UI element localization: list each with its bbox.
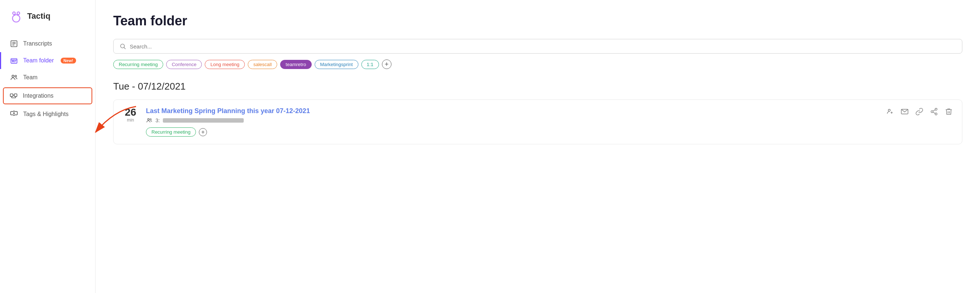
sidebar-label-team: Team bbox=[23, 74, 38, 81]
integrations-icon bbox=[10, 92, 18, 100]
meeting-actions bbox=[886, 107, 953, 116]
sidebar-item-tags-highlights[interactable]: Tags & Highlights bbox=[0, 106, 95, 123]
assign-icon[interactable] bbox=[886, 107, 894, 116]
svg-line-31 bbox=[933, 110, 935, 111]
svg-point-13 bbox=[12, 75, 14, 78]
participants-bar bbox=[163, 118, 244, 123]
add-tag-button[interactable]: + bbox=[382, 60, 391, 69]
page-title: Team folder bbox=[113, 13, 963, 29]
svg-rect-15 bbox=[10, 94, 13, 97]
sidebar-label-tags-highlights: Tags & Highlights bbox=[23, 111, 69, 117]
new-badge: New! bbox=[60, 58, 76, 63]
svg-point-23 bbox=[888, 109, 890, 112]
meeting-title[interactable]: Last Marketing Spring Planning this year… bbox=[146, 107, 878, 115]
logo-area: Tactiq bbox=[0, 9, 95, 35]
tag-recurring[interactable]: Recurring meeting bbox=[113, 60, 163, 69]
team-icon bbox=[10, 73, 18, 81]
sidebar: Tactiq Transcripts Team folder New! bbox=[0, 0, 95, 293]
delete-icon[interactable] bbox=[944, 107, 953, 116]
link-icon[interactable] bbox=[915, 107, 924, 116]
meeting-participants: 3: bbox=[146, 117, 878, 124]
search-input[interactable] bbox=[130, 43, 956, 49]
tag-marketingsprint[interactable]: Marketingsprint bbox=[315, 60, 358, 69]
svg-point-21 bbox=[148, 119, 150, 120]
svg-point-2 bbox=[17, 12, 20, 15]
meeting-card: 26 min Last Marketing Spring Planning th… bbox=[113, 100, 963, 144]
logo-text: Tactiq bbox=[27, 11, 50, 21]
svg-point-27 bbox=[935, 108, 937, 111]
duration-number: 26 bbox=[123, 107, 138, 117]
sidebar-label-transcripts: Transcripts bbox=[23, 40, 52, 47]
meeting-tags: Recurring meeting + bbox=[146, 127, 878, 136]
sidebar-item-integrations[interactable]: Integrations bbox=[3, 87, 92, 104]
main-content: Team folder Recurring meeting Conference… bbox=[95, 0, 980, 293]
svg-point-29 bbox=[935, 113, 937, 115]
share-icon[interactable] bbox=[930, 107, 939, 116]
search-icon bbox=[119, 43, 126, 49]
tag-conference[interactable]: Conference bbox=[166, 60, 202, 69]
duration-unit: min bbox=[123, 117, 138, 123]
date-header: Tue - 07/12/2021 bbox=[113, 81, 963, 92]
svg-point-0 bbox=[13, 15, 20, 22]
tag-filters: Recurring meeting Conference Long meetin… bbox=[113, 60, 963, 69]
tag-1on1[interactable]: 1:1 bbox=[361, 60, 379, 69]
svg-point-28 bbox=[931, 111, 933, 113]
tags-icon bbox=[10, 110, 18, 118]
svg-point-22 bbox=[150, 119, 151, 120]
svg-rect-9 bbox=[11, 59, 17, 63]
svg-line-19 bbox=[124, 48, 125, 49]
meeting-tag-recurring[interactable]: Recurring meeting bbox=[146, 127, 196, 136]
tag-teamretro[interactable]: teamretro bbox=[280, 60, 312, 69]
transcripts-icon bbox=[10, 40, 18, 48]
sidebar-label-team-folder: Team folder bbox=[23, 57, 54, 64]
svg-point-17 bbox=[14, 113, 15, 114]
team-folder-icon bbox=[10, 57, 18, 65]
meeting-info: Last Marketing Spring Planning this year… bbox=[146, 107, 878, 136]
svg-rect-16 bbox=[14, 94, 17, 97]
add-meeting-tag-button[interactable]: + bbox=[199, 128, 207, 136]
participants-count: 3: bbox=[156, 117, 160, 124]
tag-long-meeting[interactable]: Long meeting bbox=[205, 60, 245, 69]
svg-point-18 bbox=[121, 44, 125, 48]
tactiq-logo-icon bbox=[9, 9, 24, 24]
svg-line-30 bbox=[933, 112, 935, 114]
search-bar bbox=[113, 39, 963, 54]
svg-point-1 bbox=[13, 12, 16, 15]
sidebar-item-team-folder[interactable]: Team folder New! bbox=[0, 52, 95, 69]
svg-point-10 bbox=[12, 60, 14, 62]
sidebar-label-integrations: Integrations bbox=[23, 92, 54, 99]
email-icon[interactable] bbox=[900, 107, 909, 116]
participants-icon bbox=[146, 117, 153, 124]
sidebar-item-team[interactable]: Team bbox=[0, 69, 95, 86]
svg-point-14 bbox=[15, 75, 16, 77]
tag-salescall[interactable]: salescall bbox=[248, 60, 277, 69]
meeting-duration: 26 min bbox=[123, 107, 138, 123]
sidebar-item-transcripts[interactable]: Transcripts bbox=[0, 35, 95, 52]
